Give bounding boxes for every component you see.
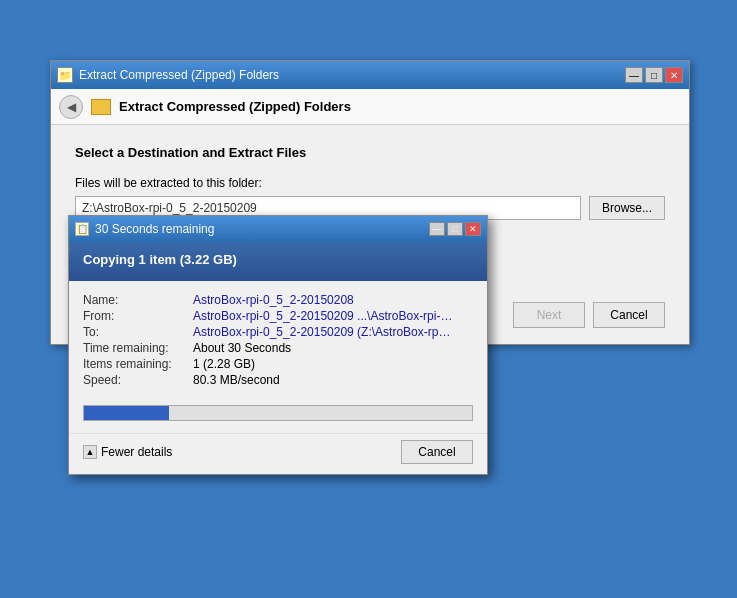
progress-titlebar-controls: — □ ✕	[429, 222, 481, 236]
progress-maximize-button[interactable]: □	[447, 222, 463, 236]
detail-row-from: From: AstroBox-rpi-0_5_2-20150209 ...\As…	[83, 309, 473, 323]
dialog-navbar: ◀ Extract Compressed (Zipped) Folders	[51, 89, 689, 125]
cancel-button[interactable]: Cancel	[593, 302, 665, 328]
progress-bar-track	[83, 405, 473, 421]
detail-row-time: Time remaining: About 30 Seconds	[83, 341, 473, 355]
detail-row-items: Items remaining: 1 (2.28 GB)	[83, 357, 473, 371]
progress-minimize-button[interactable]: —	[429, 222, 445, 236]
name-value: AstroBox-rpi-0_5_2-20150208	[193, 293, 354, 307]
from-value: AstroBox-rpi-0_5_2-20150209 ...\AstroBox…	[193, 309, 453, 323]
progress-titlebar: 📋 30 Seconds remaining — □ ✕	[69, 216, 487, 242]
next-button[interactable]: Next	[513, 302, 585, 328]
progress-dialog-icon: 📋	[75, 222, 89, 236]
minimize-button[interactable]: —	[625, 67, 643, 83]
maximize-button[interactable]: □	[645, 67, 663, 83]
fewer-details-icon: ▲	[83, 445, 97, 459]
speed-label: Speed:	[83, 373, 193, 387]
main-dialog-icon: 📁	[57, 67, 73, 83]
detail-row-to: To: AstroBox-rpi-0_5_2-20150209 (Z:\Astr…	[83, 325, 473, 339]
progress-header-title: Copying 1 item (3.22 GB)	[83, 252, 473, 267]
main-dialog-titlebar: 📁 Extract Compressed (Zipped) Folders — …	[51, 61, 689, 89]
name-label: Name:	[83, 293, 193, 307]
time-remaining-label: Time remaining:	[83, 341, 193, 355]
progress-bar-container	[69, 397, 487, 433]
time-remaining-value: About 30 Seconds	[193, 341, 291, 355]
progress-close-button[interactable]: ✕	[465, 222, 481, 236]
navbar-folder-icon	[91, 99, 111, 115]
items-remaining-value: 1 (2.28 GB)	[193, 357, 255, 371]
progress-details: Name: AstroBox-rpi-0_5_2-20150208 From: …	[69, 281, 487, 397]
progress-cancel-button[interactable]: Cancel	[401, 440, 473, 464]
titlebar-controls: — □ ✕	[625, 67, 683, 83]
close-button[interactable]: ✕	[665, 67, 683, 83]
titlebar-left: 📁 Extract Compressed (Zipped) Folders	[57, 67, 279, 83]
detail-row-speed: Speed: 80.3 MB/second	[83, 373, 473, 387]
detail-row-name: Name: AstroBox-rpi-0_5_2-20150208	[83, 293, 473, 307]
back-icon: ◀	[67, 100, 76, 114]
to-value: AstroBox-rpi-0_5_2-20150209 (Z:\AstroBox…	[193, 325, 453, 339]
progress-bar-fill	[84, 406, 169, 420]
to-label: To:	[83, 325, 193, 339]
fewer-details-button[interactable]: ▲ Fewer details	[83, 445, 172, 459]
section-title: Select a Destination and Extract Files	[75, 145, 665, 160]
back-button[interactable]: ◀	[59, 95, 83, 119]
fewer-details-label: Fewer details	[101, 445, 172, 459]
browse-button[interactable]: Browse...	[589, 196, 665, 220]
main-dialog-title: Extract Compressed (Zipped) Folders	[79, 68, 279, 82]
speed-value: 80.3 MB/second	[193, 373, 280, 387]
progress-dialog-title: 30 Seconds remaining	[95, 222, 214, 236]
progress-dialog: 📋 30 Seconds remaining — □ ✕ Copying 1 i…	[68, 215, 488, 475]
field-label: Files will be extracted to this folder:	[75, 176, 665, 190]
fewer-details-arrow: ▲	[86, 447, 95, 457]
progress-titlebar-left: 📋 30 Seconds remaining	[75, 222, 214, 236]
from-label: From:	[83, 309, 193, 323]
progress-footer: ▲ Fewer details Cancel	[69, 433, 487, 474]
progress-header-band: Copying 1 item (3.22 GB)	[69, 242, 487, 281]
navbar-title: Extract Compressed (Zipped) Folders	[119, 99, 351, 114]
items-remaining-label: Items remaining:	[83, 357, 193, 371]
